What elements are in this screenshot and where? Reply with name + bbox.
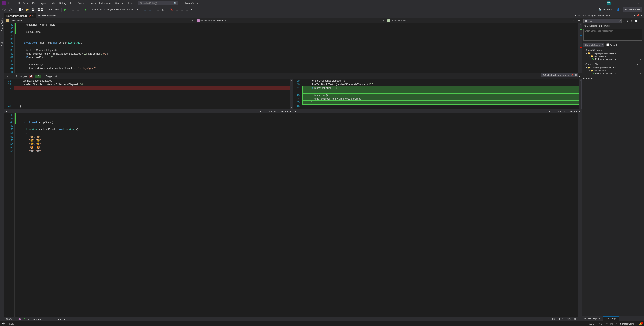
diff-dropdown-icon[interactable]: ▾ — [579, 75, 580, 78]
start-button[interactable]: ▶ — [64, 8, 67, 12]
menu-edit[interactable]: Edit — [14, 1, 21, 6]
overflow-button[interactable]: ▾ — [190, 8, 193, 12]
tool-btn-6[interactable]: ⬚ — [180, 8, 184, 12]
doc-dropdown[interactable]: ▾ — [136, 8, 139, 12]
diff-right-scroll-l[interactable]: ◂ — [295, 110, 296, 113]
staged-file-node[interactable]: C#MainWindow.xaml.csM — [586, 58, 642, 61]
diff-right-pane[interactable]: 3940414243444546 tenthsOfSecondsElapsed+… — [293, 79, 582, 109]
git-close-icon[interactable]: ✕ — [640, 14, 642, 17]
git-pin-icon[interactable]: 📌 — [636, 14, 639, 17]
minimize-button[interactable]: ─ — [614, 1, 622, 6]
menu-debug[interactable]: Debug — [57, 1, 68, 6]
zoom-level[interactable]: 100 % — [6, 318, 12, 320]
new-item-button[interactable]: 📄▾ — [18, 8, 24, 12]
revert-button[interactable]: ↺ — [54, 75, 58, 78]
vertical-scrollbar-lower[interactable]: ▴ ▾ — [578, 113, 582, 317]
save-all-button[interactable]: 💾💾 — [36, 8, 44, 12]
push-button[interactable]: ⇡ — [630, 19, 633, 23]
sidebar-tab-server-explorer[interactable]: Server Explorer — [0, 15, 4, 33]
zoom-dropdown[interactable]: ▾ — [15, 318, 16, 320]
tab-dropdown[interactable]: ▾ — [574, 13, 577, 18]
redo-button[interactable]: ↷▾ — [54, 8, 59, 12]
sync-status-item[interactable]: ↑↓ 1 / 1 ▴ — [586, 322, 596, 325]
sync-button[interactable]: 🔄 — [634, 19, 638, 23]
changes-project-node[interactable]: ▾📁MatchGame — [586, 69, 642, 72]
branch-item[interactable]: ⎇ HotFix ▴ — [605, 322, 617, 325]
stage-all-icon[interactable]: ＋ — [636, 63, 638, 66]
menu-extensions[interactable]: Extensions — [98, 1, 113, 6]
member-dropdown[interactable]: matchesFound ▾ — [386, 18, 576, 23]
tool-tab-solution-explorer[interactable]: Solution Explorer — [582, 316, 603, 321]
step-over-button[interactable]: ⬚ — [76, 8, 80, 12]
forward-button[interactable]: ◯▸ — [8, 8, 14, 12]
namespace-dropdown[interactable]: MatchGame ▾ — [4, 18, 195, 23]
vertical-scrollbar[interactable]: ▴ ▾ — [578, 23, 582, 73]
tool-tab-git-changes[interactable]: Git Changes — [603, 316, 619, 321]
menu-tools[interactable]: Tools — [88, 1, 97, 6]
tool-btn-1[interactable]: ⬚ — [143, 8, 147, 12]
staged-project-node[interactable]: ▾📁MatchGame — [586, 55, 642, 58]
bookmark-button[interactable]: 🔖 — [169, 8, 174, 12]
git-dropdown-icon[interactable]: ▾ — [634, 14, 635, 17]
save-button[interactable]: 💾 — [31, 8, 36, 12]
menu-file[interactable]: File — [6, 1, 14, 6]
unstage-all-icon[interactable]: ─ — [637, 49, 638, 51]
code-editor-lower[interactable]: } private void SetUpGame() { List<string… — [16, 113, 578, 317]
commit-button[interactable]: Commit Staged ▾ — [584, 43, 604, 47]
feedback-button[interactable]: 👤 — [616, 8, 621, 12]
amend-checkbox[interactable]: Amend — [606, 44, 617, 46]
scroll-right[interactable]: ▸ — [545, 318, 546, 320]
next-change-button[interactable]: ↓ — [11, 75, 14, 78]
pull-button[interactable]: ⇣ — [626, 19, 629, 23]
run-button[interactable]: ▶ — [84, 8, 88, 12]
line-gutter-lower[interactable]: 4647484950515253545556 — [4, 113, 15, 317]
document-tab[interactable]: MainWindow.xaml.cs📌✕ — [4, 13, 36, 18]
user-avatar[interactable]: TG — [606, 1, 611, 6]
line-gutter[interactable]: 3233343536373839404142434445 — [4, 23, 15, 73]
menu-build[interactable]: Build — [48, 1, 57, 6]
class-dropdown[interactable]: MatchGame.MainWindow ▾ — [195, 18, 386, 23]
scroll-left[interactable]: ◂ — [64, 318, 65, 320]
live-share-button[interactable]: 📡 Live Share — [598, 8, 614, 12]
menu-window[interactable]: Window — [113, 1, 125, 6]
changes-repo-node[interactable]: ▾📁C:\MyRepos\MatchGame — [586, 66, 642, 69]
maximize-button[interactable]: ☐ — [624, 1, 632, 6]
staged-changes-header[interactable]: ▾Staged Changes (1) ─⋯ — [584, 48, 642, 52]
step-button[interactable]: ⬚ — [71, 8, 75, 12]
menu-view[interactable]: View — [22, 1, 30, 6]
sync-status[interactable]: ↑↓ 1 outgoing / 1 incoming — [582, 24, 644, 28]
undo-button[interactable]: ↶▾ — [48, 8, 53, 12]
diff-left-scroll-l[interactable]: ◂ — [6, 110, 7, 113]
brush-icon[interactable]: 🖌▾ — [58, 318, 61, 320]
staged-more-icon[interactable]: ⋯ — [640, 49, 642, 51]
close-button[interactable]: ✕ — [634, 1, 642, 6]
stage-button[interactable]: ＋Stage — [43, 75, 52, 78]
git-more-button[interactable]: ⋯ — [639, 19, 642, 23]
menu-git[interactable]: Git — [30, 1, 37, 6]
tool-btn-5[interactable]: ⬚ — [175, 8, 179, 12]
changes-file-node[interactable]: C#MainWindow.xaml.csM — [586, 72, 642, 75]
notifications-item[interactable]: 🔔1 — [639, 322, 642, 325]
tool-btn-3[interactable]: ⬚ — [156, 8, 160, 12]
menu-analyze[interactable]: Analyze — [76, 1, 88, 6]
diff-left-pane[interactable]: 38394041 tenthsOfSecondsElapsed++; timeT… — [4, 79, 293, 109]
issues-label[interactable]: No issues found — [27, 318, 43, 320]
commit-message-input[interactable] — [584, 29, 642, 41]
prev-change-button[interactable]: ↑ — [6, 75, 9, 78]
menu-help[interactable]: Help — [125, 1, 134, 6]
diff-right-scroll-r[interactable]: ▸ — [549, 110, 550, 113]
fetch-button[interactable]: ↓ — [623, 19, 625, 23]
sidebar-tab-toolbox[interactable]: Toolbox — [0, 37, 4, 48]
staged-repo-node[interactable]: ▾📁C:\MyRepos\MatchGame — [586, 52, 642, 55]
current-doc-label[interactable]: Current Document (MainWindow.xaml.cs) — [89, 8, 135, 11]
tool-btn-4[interactable]: ⬚ — [161, 8, 165, 12]
tab-settings-icon[interactable]: ⚙ — [577, 13, 582, 18]
code-editor-upper[interactable]: timer.Tick += Timer_Tick; SetUpGame(); }… — [16, 23, 578, 73]
diff-close-icon[interactable]: ✕ — [575, 74, 577, 76]
health-icon[interactable]: ⬤ — [18, 318, 21, 320]
search-box[interactable]: Search (Ctrl+Q) 🔍 — [138, 1, 178, 6]
stashes-header[interactable]: ▸Stashes — [584, 77, 642, 80]
document-tab[interactable]: MainWindow.xaml — [36, 13, 58, 18]
repo-item[interactable]: ◆ MatchGame ▴ — [620, 322, 636, 325]
pin-icon[interactable]: 📌 — [28, 15, 31, 17]
